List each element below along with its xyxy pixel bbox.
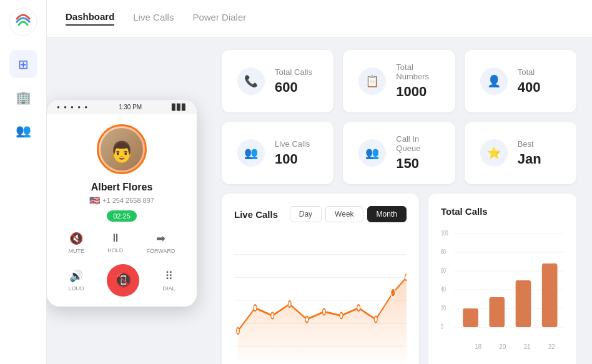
sidebar-item-users[interactable]: 👥: [9, 116, 37, 144]
filter-day[interactable]: Day: [290, 206, 322, 222]
main-area: Dashboard Live Calls Power Dialer ● ● ● …: [47, 0, 592, 364]
phone-time: 1:30 PM: [119, 104, 142, 111]
total-numbers-value: 1000: [396, 84, 439, 100]
caller-name: Albert Flores: [91, 182, 153, 193]
tab-live-calls[interactable]: Live Calls: [133, 12, 174, 25]
call-timer: 02:25: [107, 210, 137, 222]
filter-month[interactable]: Month: [367, 206, 407, 222]
total-calls-value: 600: [275, 79, 312, 96]
forward-label: FORWARD: [146, 248, 175, 254]
loud-icon: 🔊: [69, 269, 83, 283]
best-partial-info: Best Jan: [518, 139, 541, 167]
call-in-queue-label: Call In Queue: [396, 134, 439, 153]
svg-point-15: [391, 288, 395, 297]
dashboard-icon: ⊞: [18, 57, 29, 72]
best-partial-icon: ⭐: [480, 139, 508, 167]
svg-rect-30: [489, 297, 505, 327]
hold-button[interactable]: ⏸ HOLD: [107, 232, 123, 254]
call-in-queue-card: 👥 Call In Queue 150: [343, 122, 455, 184]
line-chart-card: Live Calls Day Week Month: [222, 194, 419, 364]
mute-label: MUTE: [69, 248, 85, 254]
svg-point-11: [323, 308, 326, 315]
hangup-icon: 📵: [115, 272, 132, 288]
live-calls-card: 👥 Live Calls 100: [222, 122, 333, 184]
loud-label: LOUD: [68, 285, 84, 292]
content-area: ● ● ● ● ● 1:30 PM ▊▊▊ 👨 Albert Flores 🇺🇸…: [47, 37, 592, 364]
sidebar: ⊞ 🏢 👥: [0, 0, 47, 364]
forward-button[interactable]: ➡ FORWARD: [146, 232, 175, 254]
phone-actions-row2: 🔊 LOUD 📵 ⠿ DIAL: [57, 264, 187, 297]
svg-point-14: [374, 317, 377, 323]
total-partial-value: 400: [518, 79, 541, 96]
building-icon: 🏢: [16, 90, 31, 105]
users-icon: 👥: [16, 123, 31, 138]
dial-icon: ⠿: [165, 269, 173, 283]
phone-overlay: ● ● ● ● ● 1:30 PM ▊▊▊ 👨 Albert Flores 🇺🇸…: [47, 100, 197, 307]
chart-filters: Day Week Month: [290, 206, 407, 222]
mute-button[interactable]: 🔇 MUTE: [69, 232, 85, 254]
live-calls-value: 100: [275, 151, 310, 167]
total-calls-info: Total Calls 600: [275, 67, 312, 96]
loud-button[interactable]: 🔊 LOUD: [68, 269, 84, 292]
total-calls-card: 📞 Total Calls 600: [222, 50, 333, 112]
svg-text:20: 20: [441, 305, 446, 312]
sidebar-item-dashboard[interactable]: ⊞: [9, 50, 37, 78]
bar-label-22: 22: [548, 343, 555, 350]
bar-label-18: 18: [475, 343, 481, 350]
tab-power-dialer[interactable]: Power Dialer: [192, 12, 246, 25]
line-chart-title: Live Calls: [234, 209, 278, 220]
line-chart-header: Live Calls Day Week Month: [234, 206, 407, 222]
svg-text:80: 80: [441, 248, 446, 256]
phone-status-bar: ● ● ● ● ● 1:30 PM ▊▊▊: [47, 100, 197, 114]
charts-section: Live Calls Day Week Month: [222, 194, 576, 364]
mute-icon: 🔇: [69, 232, 83, 245]
bar-label-20: 20: [499, 343, 506, 350]
avatar: 👨: [101, 128, 143, 170]
svg-point-8: [271, 313, 274, 319]
signal-dots: ● ● ● ● ●: [57, 104, 89, 110]
svg-text:100: 100: [441, 230, 448, 237]
dial-label: DIAL: [162, 285, 175, 292]
bar-chart-header: Total Calls: [441, 206, 564, 217]
live-calls-icon: 👥: [237, 139, 265, 167]
sidebar-item-building[interactable]: 🏢: [9, 83, 37, 111]
total-partial-label: Total: [518, 67, 541, 77]
total-calls-icon: 📞: [237, 67, 265, 95]
best-partial-label: Best: [518, 139, 541, 149]
total-partial-card: 👤 Total 400: [465, 50, 576, 112]
bar-label-21: 21: [524, 343, 531, 350]
dial-button[interactable]: ⠿ DIAL: [162, 269, 175, 292]
live-calls-info: Live Calls 100: [275, 139, 310, 167]
total-numbers-icon: 📋: [358, 67, 386, 95]
total-numbers-card: 📋 Total Numbers 1000: [343, 50, 455, 112]
bar-x-labels: 18 20 21 22: [441, 343, 564, 350]
svg-point-16: [405, 274, 407, 280]
filter-week[interactable]: Week: [325, 206, 363, 222]
total-calls-label: Total Calls: [275, 67, 312, 77]
battery-icon: ▊▊▊: [172, 104, 187, 111]
svg-point-9: [288, 301, 291, 307]
total-numbers-label: Total Numbers: [396, 62, 439, 81]
best-partial-value: Jan: [518, 151, 541, 167]
total-partial-info: Total 400: [518, 67, 541, 96]
total-partial-icon: 👤: [480, 67, 508, 95]
phone-actions-row1: 🔇 MUTE ⏸ HOLD ➡ FORWARD: [57, 232, 187, 254]
flag-icon: 🇺🇸: [89, 195, 100, 205]
svg-text:60: 60: [441, 267, 446, 275]
hold-label: HOLD: [107, 247, 123, 253]
hold-icon: ⏸: [110, 232, 121, 245]
tab-dashboard[interactable]: Dashboard: [66, 11, 114, 26]
svg-point-6: [237, 328, 240, 334]
hangup-button[interactable]: 📵: [107, 264, 139, 297]
top-navigation: Dashboard Live Calls Power Dialer: [47, 0, 592, 37]
best-partial-card: ⭐ Best Jan: [465, 122, 576, 184]
bar-chart-svg: 100 80 60 40 20 0: [441, 226, 564, 338]
svg-point-7: [254, 305, 257, 311]
svg-point-10: [305, 317, 308, 323]
forward-icon: ➡: [156, 232, 165, 245]
bar-chart-title: Total Calls: [441, 206, 488, 217]
avatar-ring: 👨: [97, 124, 147, 174]
logo: [7, 6, 39, 37]
phone-body: 👨 Albert Flores 🇺🇸 +1 254 2658 897 02:25…: [47, 114, 197, 307]
caller-number: 🇺🇸 +1 254 2658 897: [89, 195, 154, 205]
